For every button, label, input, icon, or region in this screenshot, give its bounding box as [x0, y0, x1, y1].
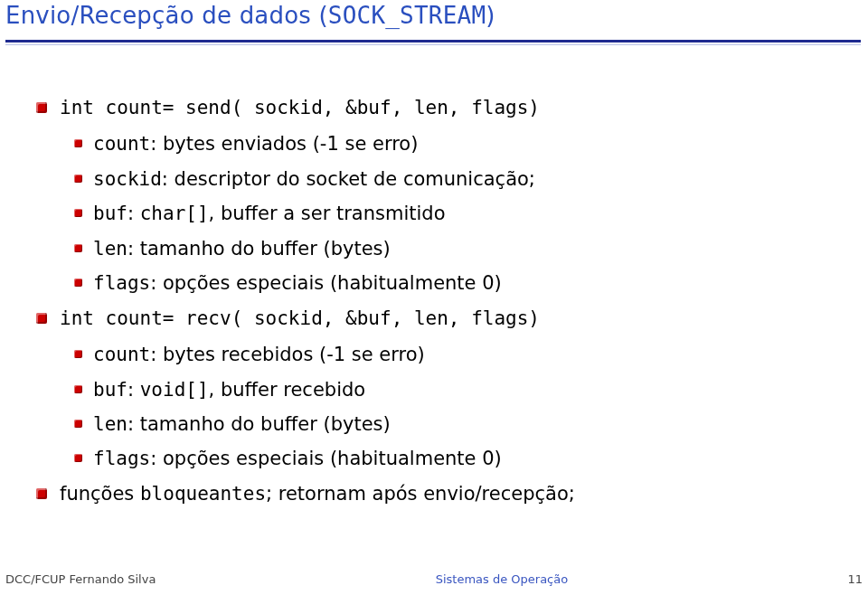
list-item-text: sockid: descriptor do socket de comunica… [93, 165, 832, 193]
text: , buffer a ser transmitido [209, 203, 446, 224]
bullet-icon [74, 244, 82, 252]
list-item: len: tamanho do buffer (bytes) [74, 411, 832, 438]
text: : opções especiais (habitualmente 0) [150, 448, 502, 469]
content: int count= send( sockid, &buf, len, flag… [36, 89, 832, 516]
code-term: len [93, 413, 127, 435]
list-item: len: tamanho do buffer (bytes) [74, 235, 832, 262]
list-item-text: flags: opções especiais (habitualmente 0… [93, 269, 832, 297]
list-item: int count= send( sockid, &buf, len, flag… [36, 94, 832, 121]
list-item-text: buf: char[], buffer a ser transmitido [93, 200, 832, 227]
list-item-text: buf: void[], buffer recebido [93, 376, 832, 403]
bullet-icon [74, 454, 82, 462]
text: : tamanho do buffer (bytes) [127, 413, 391, 435]
code-term: void[] [140, 379, 209, 401]
list-item: funções bloqueantes; retornam após envio… [36, 480, 832, 507]
footer-left: DCC/FCUP Fernando Silva [5, 572, 156, 586]
bullet-icon [74, 350, 82, 358]
bullet-icon [36, 488, 47, 499]
list-item: int count= recv( sockid, &buf, len, flag… [36, 305, 832, 332]
text: ; retornam após envio/recepção; [266, 483, 575, 505]
bullet-icon [74, 175, 82, 183]
list-item-text: len: tamanho do buffer (bytes) [93, 235, 832, 262]
page-title: Envio/Recepção de dados (SOCK_STREAM) [5, 2, 495, 29]
code-term: count [93, 344, 150, 365]
footer-right: 11 [847, 572, 863, 586]
bullet-icon [36, 102, 47, 113]
code-term: sockid [93, 168, 162, 190]
list-item-text: count: bytes recebidos (-1 se erro) [93, 341, 832, 368]
code-line: int count= recv( sockid, &buf, len, flag… [60, 305, 832, 332]
code-term: len [93, 238, 127, 260]
code-term: buf [93, 203, 127, 224]
bullet-icon [74, 385, 82, 393]
code-line: int count= send( sockid, &buf, len, flag… [60, 94, 832, 121]
footer: DCC/FCUP Fernando Silva Sistemas de Oper… [5, 572, 863, 586]
list-item: flags: opções especiais (habitualmente 0… [74, 269, 832, 297]
list-item-text: flags: opções especiais (habitualmente 0… [93, 445, 832, 472]
list-item: buf: char[], buffer a ser transmitido [74, 200, 832, 227]
code-term: bloqueantes [140, 483, 266, 505]
code-term: flags [93, 448, 150, 469]
text: : [127, 203, 140, 224]
code-term: char[] [140, 203, 209, 224]
code-term: flags [93, 272, 150, 294]
title-code: SOCK_STREAM [328, 2, 486, 29]
list-item: buf: void[], buffer recebido [74, 376, 832, 403]
title-rule-light [5, 44, 861, 45]
list-item-text: len: tamanho do buffer (bytes) [93, 411, 832, 438]
text: : bytes recebidos (-1 se erro) [150, 344, 425, 365]
title-suffix: ) [486, 2, 495, 29]
code-term: count [93, 133, 150, 155]
bullet-icon [74, 279, 82, 287]
text: : opções especiais (habitualmente 0) [150, 272, 502, 294]
text: , buffer recebido [209, 379, 366, 401]
text: : bytes enviados (-1 se erro) [150, 133, 418, 155]
list-item: count: bytes recebidos (-1 se erro) [74, 341, 832, 368]
bullet-icon [74, 209, 82, 217]
text: funções [60, 483, 140, 505]
slide: Envio/Recepção de dados (SOCK_STREAM) in… [0, 0, 868, 595]
text: : descriptor do socket de comunicação; [162, 168, 535, 190]
title-prefix: Envio/Recepção de dados ( [5, 2, 328, 29]
list-item: sockid: descriptor do socket de comunica… [74, 165, 832, 193]
list-item-text: count: bytes enviados (-1 se erro) [93, 130, 832, 157]
code-term: buf [93, 379, 127, 401]
list-item: count: bytes enviados (-1 se erro) [74, 130, 832, 157]
bullet-icon [74, 139, 82, 147]
list-item-text: funções bloqueantes; retornam após envio… [60, 480, 832, 507]
bullet-icon [74, 420, 82, 428]
bullet-icon [36, 313, 47, 324]
title-rule-dark [5, 40, 861, 42]
footer-center: Sistemas de Operação [156, 572, 847, 586]
text: : tamanho do buffer (bytes) [127, 238, 391, 260]
list-item: flags: opções especiais (habitualmente 0… [74, 445, 832, 472]
text: : [127, 379, 140, 401]
